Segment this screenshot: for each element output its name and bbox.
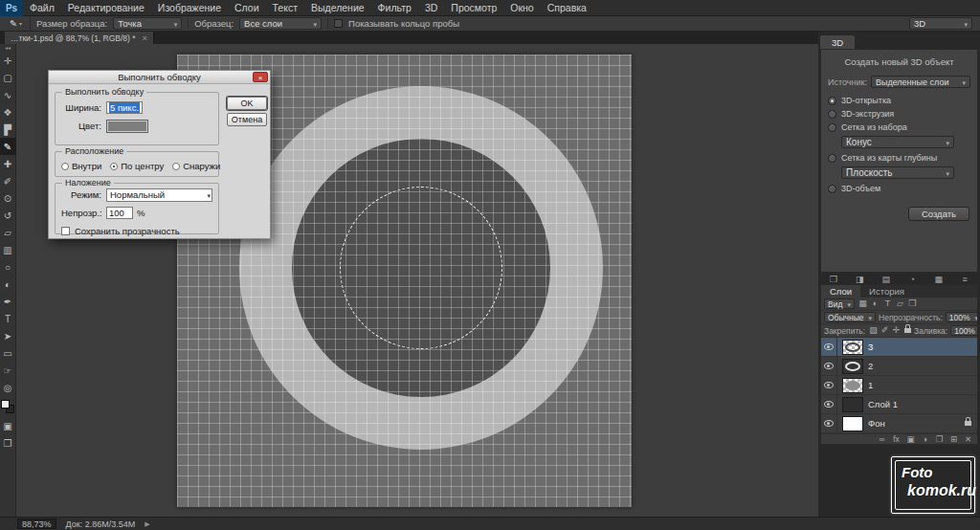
marquee-tool-icon[interactable]: ▢ [0, 69, 16, 86]
blur-tool-icon[interactable]: ○ [0, 258, 16, 276]
3d-option-radio[interactable]: Сетка из набора [828, 121, 970, 134]
status-menu-arrow-icon[interactable]: ▶ [145, 520, 149, 528]
adjustment-layer-icon[interactable]: ◑ [921, 434, 929, 445]
tab-3d-panel[interactable]: 3D [820, 35, 855, 49]
menu-item[interactable]: Текст [266, 0, 304, 16]
location-radio[interactable]: По центру [110, 161, 164, 171]
menu-item[interactable]: 3D [418, 0, 444, 16]
blend-mode-dropdown[interactable]: Обычные [824, 312, 876, 322]
layer-thumbnail[interactable] [842, 340, 863, 355]
group-layers-icon[interactable]: ❐ [935, 434, 944, 445]
eyedropper-tool-icon[interactable]: ✎ [0, 138, 16, 155]
type-tool-icon[interactable]: T [0, 310, 16, 327]
3d-option-radio[interactable]: 3D-экструзия [828, 107, 970, 121]
move-tool-icon[interactable]: ✛ [0, 52, 16, 69]
eraser-tool-icon[interactable]: ▱ [0, 224, 16, 241]
dodge-tool-icon[interactable]: ◐ [0, 276, 16, 293]
healing-brush-tool-icon[interactable]: ✚ [0, 155, 16, 172]
lock-image-pixels-icon[interactable]: ✐ [880, 325, 890, 336]
lock-position-icon[interactable]: ✛ [891, 325, 902, 336]
sample-dropdown[interactable]: Все слои [239, 17, 322, 30]
filter-adjustment-layers-icon[interactable]: ◐ [870, 298, 880, 309]
3d-option-radio[interactable]: Сетка из карты глубины [828, 151, 970, 165]
location-radio[interactable]: Снаружи [172, 161, 220, 171]
layer-style-icon[interactable]: fx [892, 434, 901, 445]
menu-item[interactable]: Изображение [151, 0, 228, 16]
layer-row[interactable]: 3 [821, 338, 977, 357]
layer-thumbnail[interactable] [842, 397, 863, 412]
menu-item[interactable]: Файл [23, 0, 61, 16]
workspace-switcher[interactable]: 3D [909, 17, 972, 30]
filter-pixel-layers-icon[interactable]: ▦ [858, 298, 868, 309]
toolbar-collapse-icon[interactable]: ◂◂ [5, 45, 11, 52]
visibility-toggle[interactable] [821, 414, 837, 432]
blend-mode-select[interactable]: Нормальный [106, 188, 212, 202]
zoom-tool-icon[interactable]: ◎ [0, 379, 16, 396]
location-radio[interactable]: Внутри [61, 161, 101, 171]
fill-dropdown[interactable]: 100% [950, 325, 977, 336]
sample-size-dropdown[interactable]: Точка [113, 17, 182, 30]
visibility-toggle[interactable] [821, 395, 837, 413]
layer-thumbnail[interactable] [842, 416, 863, 431]
menu-item[interactable]: Редактирование [61, 0, 151, 16]
menu-item[interactable]: Просмотр [444, 0, 503, 16]
document-tab[interactable]: …тки-1.psd @ 88,7% (1, RGB/8) * × [5, 32, 154, 44]
menu-item[interactable]: Выделение [304, 0, 371, 16]
visibility-toggle[interactable] [821, 338, 837, 356]
opacity-input[interactable]: 100 [106, 207, 133, 219]
lock-all-icon[interactable] [904, 328, 911, 333]
screen-mode-icon[interactable]: ❐ [0, 434, 16, 452]
3d-option-dropdown[interactable]: Плоскость [841, 166, 954, 179]
layer-row[interactable]: 2 [821, 357, 977, 376]
layer-row[interactable]: 1 [821, 376, 977, 395]
cancel-button[interactable]: Отмена [227, 113, 267, 126]
clone-stamp-tool-icon[interactable]: ⊙ [0, 189, 16, 207]
tab-layers[interactable]: Слои [821, 285, 860, 298]
preserve-transparency-checkbox[interactable] [61, 227, 70, 235]
opacity-dropdown[interactable]: 100% [946, 312, 977, 322]
visibility-toggle[interactable] [821, 357, 837, 375]
3d-option-radio[interactable]: 3D-открытка [828, 94, 970, 107]
menu-item[interactable]: Слои [228, 0, 266, 16]
layer-thumbnail[interactable] [842, 359, 863, 374]
hand-tool-icon[interactable]: ☞ [0, 362, 16, 379]
menu-item[interactable]: Окно [503, 0, 540, 16]
close-icon[interactable]: × [253, 72, 268, 82]
quick-selection-tool-icon[interactable]: ❖ [0, 103, 16, 121]
filter-smart-object-icon[interactable]: ❒ [907, 298, 918, 309]
close-icon[interactable]: × [143, 33, 147, 43]
tool-preset-picker[interactable]: ✎ ▾ [2, 16, 31, 31]
add-layer-mask-icon[interactable]: ▣ [906, 434, 915, 445]
path-selection-tool-icon[interactable]: ➤ [0, 327, 16, 344]
layer-row[interactable]: Фон [821, 414, 977, 433]
visibility-toggle[interactable] [821, 376, 837, 394]
history-brush-tool-icon[interactable]: ↺ [0, 207, 16, 224]
zoom-level-field[interactable]: 88,73% [17, 519, 56, 529]
new-layer-icon[interactable]: ⊞ [949, 434, 958, 445]
ok-button[interactable]: OK [227, 97, 267, 110]
create-button[interactable]: Создать [908, 207, 969, 221]
menu-item[interactable]: Фильтр [371, 0, 418, 16]
show-sampling-ring-checkbox[interactable] [334, 19, 343, 28]
tab-history[interactable]: История [860, 285, 913, 298]
menu-item[interactable]: Справка [541, 0, 593, 16]
dialog-titlebar[interactable]: Выполнить обводку × [49, 71, 270, 84]
3d-option-dropdown[interactable]: Конус [841, 136, 954, 148]
3d-option-radio[interactable]: 3D-объем [828, 182, 970, 195]
filter-type-layers-icon[interactable]: T [882, 298, 893, 309]
lock-transparent-pixels-icon[interactable]: ▨ [868, 325, 879, 336]
link-layers-icon[interactable]: ∞ [878, 434, 886, 445]
filter-type-dropdown[interactable]: Вид [824, 298, 855, 309]
lasso-tool-icon[interactable]: ∿ [0, 86, 16, 103]
brush-tool-icon[interactable]: ✐ [0, 172, 16, 189]
width-input[interactable]: 5 пикс. [106, 101, 143, 114]
shape-tool-icon[interactable]: ▭ [0, 344, 16, 362]
stroke-color-swatch[interactable] [106, 120, 148, 133]
layer-row[interactable]: Слой 1 [821, 395, 977, 414]
source-dropdown[interactable]: Выделенные слои [871, 76, 970, 88]
crop-tool-icon[interactable]: ▛ [0, 121, 16, 138]
pen-tool-icon[interactable]: ✒ [0, 293, 16, 310]
layer-thumbnail[interactable] [842, 378, 863, 393]
color-swatches[interactable] [1, 400, 14, 413]
quick-mask-icon[interactable]: ▣ [0, 417, 16, 434]
